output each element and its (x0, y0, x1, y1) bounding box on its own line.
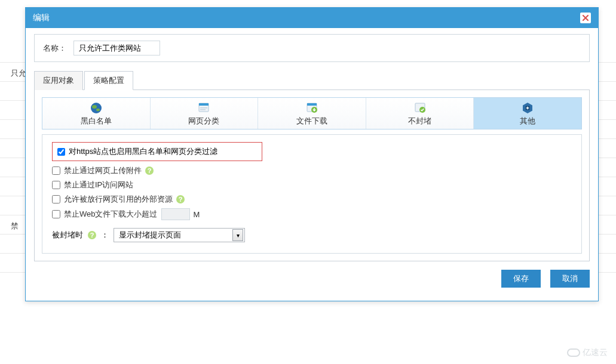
sub-tab-label: 不封堵 (408, 116, 431, 127)
svg-point-2 (96, 109, 100, 112)
save-button[interactable]: 保存 (501, 270, 541, 288)
tab-apply[interactable]: 应用对象 (34, 71, 83, 90)
svg-rect-8 (307, 103, 317, 106)
opt-no-upload-check[interactable] (52, 166, 60, 175)
svg-rect-4 (199, 103, 209, 106)
name-label: 名称： (43, 43, 66, 54)
web-limit-unit: M (194, 210, 200, 219)
chevron-down-icon: ▾ (232, 229, 243, 241)
bg-cell-2: 禁 (11, 221, 19, 232)
plus-box-icon (521, 101, 534, 115)
options-panel: 对https站点也启用黑白名单和网页分类过滤 禁止通过网页上传附件 ? 禁止通过… (42, 134, 582, 254)
svg-point-0 (91, 103, 102, 113)
sub-tab-label: 黑白名单 (81, 116, 112, 127)
web-limit-input[interactable] (161, 208, 190, 220)
name-box: 名称： (34, 34, 590, 62)
download-icon (305, 101, 318, 115)
help-icon[interactable]: ? (145, 166, 154, 175)
sub-tab-other[interactable]: 其他 (474, 98, 581, 129)
block-row: 被封堵时 ? ： 显示封堵提示页面 ▾ (52, 228, 572, 242)
modal-header: 编辑 (26, 8, 598, 28)
opt-no-ip-check[interactable] (52, 181, 60, 189)
opt-web-limit: 禁止Web文件下载大小超过 M (52, 206, 572, 222)
opt-https-highlight: 对https站点也启用黑白名单和网页分类过滤 (52, 142, 262, 161)
actions: 保存 取消 (26, 261, 598, 301)
sub-tabs: 黑白名单 网页分类 文件下载 (42, 97, 582, 129)
shield-icon (413, 101, 427, 115)
opt-no-upload: 禁止通过网页上传附件 ? (52, 164, 572, 178)
watermark-logo-icon (567, 348, 580, 357)
sub-tab-noblock[interactable]: 不封堵 (366, 98, 474, 129)
sub-tab-filedl[interactable]: 文件下载 (258, 98, 366, 129)
watermark: 亿速云 (567, 347, 608, 358)
sub-tab-label: 网页分类 (188, 116, 219, 127)
opt-https-label: 对https站点也启用黑白名单和网页分类过滤 (69, 146, 217, 157)
opt-allow-ext-check[interactable] (52, 195, 60, 203)
block-label: 被封堵时 (52, 230, 83, 240)
opt-web-limit-label: 禁止Web文件下载大小超过 (64, 209, 158, 220)
tab-policy[interactable]: 策略配置 (84, 71, 133, 90)
sub-tab-label: 其他 (520, 116, 535, 127)
opt-https-check[interactable] (57, 148, 65, 156)
help-icon[interactable]: ? (176, 195, 185, 203)
bg-cell-1: 只允 (11, 68, 26, 79)
modal-body: 名称： 应用对象 策略配置 黑白名单 网页分类 (26, 28, 598, 261)
opt-no-ip-label: 禁止通过IP访问网站 (64, 180, 133, 190)
edit-modal: 编辑 名称： 应用对象 策略配置 黑白名单 (25, 7, 599, 301)
page-icon (197, 101, 210, 115)
svg-point-1 (92, 105, 97, 109)
opt-no-ip: 禁止通过IP访问网站 (52, 178, 572, 192)
svg-rect-5 (200, 107, 207, 109)
modal-title: 编辑 (33, 13, 50, 23)
close-icon[interactable] (580, 13, 591, 23)
watermark-text: 亿速云 (583, 347, 608, 358)
opt-allow-ext-label: 允许被放行网页引用的外部资源 (64, 194, 173, 205)
name-input[interactable] (73, 41, 160, 55)
sub-tab-label: 文件下载 (296, 116, 327, 127)
opt-web-limit-check[interactable] (52, 210, 60, 218)
cancel-button[interactable]: 取消 (550, 270, 590, 288)
opt-allow-ext: 允许被放行网页引用的外部资源 ? (52, 192, 572, 206)
main-tabs: 应用对象 策略配置 (34, 71, 590, 90)
block-select[interactable]: 显示封堵提示页面 ▾ (114, 228, 245, 242)
svg-rect-6 (200, 109, 206, 110)
tab-content: 黑白名单 网页分类 文件下载 (34, 90, 590, 261)
block-colon: ： (101, 230, 109, 240)
block-selected: 显示封堵提示页面 (119, 230, 181, 240)
globe-icon (90, 101, 103, 115)
sub-tab-bwlist[interactable]: 黑白名单 (42, 98, 151, 129)
opt-no-upload-label: 禁止通过网页上传附件 (64, 165, 142, 176)
sub-tab-webcat[interactable]: 网页分类 (151, 98, 259, 129)
help-icon[interactable]: ? (88, 231, 96, 239)
